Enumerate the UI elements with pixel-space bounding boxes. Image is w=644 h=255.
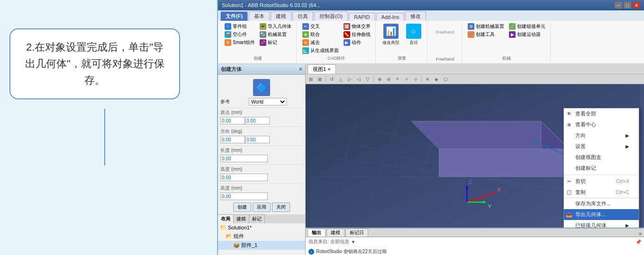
tab-modeling[interactable]: 建模: [271, 11, 291, 21]
vp-btn-13[interactable]: ✕: [423, 75, 432, 83]
cad-group-label: CAD操作: [327, 54, 345, 62]
minimize-button[interactable]: −: [615, 2, 622, 9]
output-tab-markers[interactable]: 标记日: [345, 229, 368, 237]
viewport-toolbar: ⊞ ⊠ ↺ △ ▷ ◁ ▽ ⊕ ⊖ ⌖ ✧ ⊹ ✕ ◈ ⬡: [306, 74, 644, 84]
direction-y-input[interactable]: [245, 136, 270, 143]
part-icon: 📦: [233, 242, 240, 249]
reference-select[interactable]: World: [249, 98, 287, 106]
btn-object-boundary[interactable]: 🔀 物体交界: [342, 23, 372, 30]
btn-create-tool[interactable]: 🔧 创建工具: [466, 31, 506, 38]
vp-sep2: [373, 76, 374, 82]
viewport-tab[interactable]: 视图1 ×: [308, 64, 336, 74]
ctx-export-geometry[interactable]: 📤 导出几何体...: [564, 209, 639, 220]
tab-rapid[interactable]: RAPID: [349, 13, 375, 21]
btn-diameter[interactable]: ○ 直径: [403, 23, 424, 47]
output-tab-modeling[interactable]: 建模: [327, 229, 345, 237]
length-input[interactable]: [220, 155, 268, 162]
btn-create-link[interactable]: 🔗 创建链接单元: [507, 23, 547, 30]
vp-btn-10[interactable]: ⌖: [393, 75, 402, 83]
output-panel-controls: ✕: [636, 231, 644, 237]
cad-buttons: ✂ 交叉 ⊕ 联合 ⊖ 减去 📐 从生成线界面: [300, 23, 372, 54]
vp-btn-11[interactable]: ✧: [402, 75, 411, 83]
btn-modify-typical[interactable]: 📊 修改典型: [380, 23, 402, 47]
tab-file[interactable]: 文件(F): [220, 11, 248, 21]
btn-empty-part[interactable]: 📦 空心件: [223, 31, 257, 38]
vp-btn-8[interactable]: ⊕: [375, 75, 384, 83]
freehand-label: Freehand: [436, 30, 454, 35]
btn-import-geometry[interactable]: 📥 导入几何体: [258, 23, 293, 30]
mechanical-small-group: ⚙ 创建机械装置 🔧 创建工具: [466, 23, 506, 38]
vp-btn-6[interactable]: ◁: [354, 75, 363, 83]
btn-create-mechanism[interactable]: ⚙ 创建机械装置: [466, 23, 506, 30]
length-section: 长度 (mm): [220, 145, 303, 154]
btn-mechanism[interactable]: 🔩 机械装置: [258, 31, 293, 38]
btn-intersect[interactable]: ✂ 交叉: [300, 23, 341, 30]
vp-btn-3[interactable]: ↺: [327, 75, 336, 83]
tree-item-part[interactable]: 📦 部件_1: [218, 241, 305, 250]
height-input[interactable]: [220, 174, 268, 181]
origin-x-input[interactable]: [220, 117, 245, 124]
direction-x-input[interactable]: [220, 136, 245, 143]
mechanical-small-group2: 🔗 创建链接单元 ▶ 创建运动器: [507, 23, 547, 38]
tree-tab-markers[interactable]: 标记: [249, 214, 265, 223]
tab-controller[interactable]: 控制器(O): [314, 11, 348, 21]
ctx-settings[interactable]: 设置 ▶: [564, 141, 639, 152]
output-close[interactable]: ✕: [638, 231, 642, 237]
vp-btn-12[interactable]: ⊹: [411, 75, 420, 83]
btn-extrude-curve[interactable]: 📏 拉伸曲线: [342, 31, 372, 38]
vp-btn-9[interactable]: ⊖: [384, 75, 393, 83]
vp-btn-7[interactable]: ▽: [363, 75, 372, 83]
info-icon-1: i: [308, 249, 314, 255]
direction-section: 方向 (deg): [220, 126, 303, 135]
apply-button[interactable]: 应用: [253, 202, 271, 212]
tree-item-solution[interactable]: 📁 Solution1*: [218, 223, 305, 232]
export-geometry-icon: 📤: [566, 211, 572, 218]
ctx-linked-geometry[interactable]: 已链接几何体 ▶ 框述 框述 框述: [564, 220, 639, 228]
ctx-create-view-box[interactable]: 创建视图盒: [564, 152, 639, 163]
create-shape-close[interactable]: ✕: [299, 67, 302, 72]
vp-btn-15[interactable]: ⬡: [441, 75, 450, 83]
btn-part-group[interactable]: 🔷 零件组: [223, 23, 257, 30]
close-button[interactable]: ✕: [633, 2, 640, 9]
ctx-cut[interactable]: ✂ 剪切 Ctrl+X: [564, 176, 639, 187]
tab-simulation[interactable]: 仿真: [292, 11, 313, 21]
create-shape-panel: 创建方体 ✕ 🔷 参考 World 原点 (mm): [218, 64, 305, 214]
btn-action[interactable]: ▶ 动作: [342, 39, 372, 46]
close-button-panel[interactable]: 关闭: [272, 202, 290, 212]
freehand-group-label: Freehand: [436, 56, 454, 62]
tab-modify[interactable]: 修改: [405, 11, 426, 21]
vp-btn-1[interactable]: ⊞: [307, 75, 315, 83]
ctx-view-center[interactable]: ⊕ 查看中心: [564, 119, 639, 130]
ctx-view-all[interactable]: 👁 查看全部: [564, 108, 639, 119]
ctx-save-library[interactable]: 保存为库文件...: [564, 198, 639, 209]
filter-dropdown[interactable]: ▼: [351, 239, 356, 245]
vp-btn-4[interactable]: △: [336, 75, 345, 83]
btn-subtract[interactable]: ⊖ 减去: [300, 39, 341, 46]
btn-smart-component[interactable]: ⚙ Smart组件: [223, 39, 257, 46]
tab-addins[interactable]: Add-Ins: [376, 13, 405, 21]
filter-pin[interactable]: 📌: [635, 239, 641, 245]
create-shape-title: 创建方体: [221, 66, 242, 73]
ctx-direction[interactable]: 方向 ▶: [564, 130, 639, 141]
maximize-button[interactable]: □: [624, 2, 631, 9]
vp-btn-14[interactable]: ◈: [432, 75, 441, 83]
tab-basic[interactable]: 基本: [249, 11, 270, 21]
tree-item-components[interactable]: 📂 组件: [218, 232, 305, 241]
vp-btn-2[interactable]: ⊠: [316, 75, 324, 83]
tree-tab-layout[interactable]: 布局: [218, 214, 234, 223]
viewport-canvas[interactable]: X Y Z 👁 查看全部 ⊕ 查看中心: [306, 84, 644, 228]
vp-btn-5[interactable]: ▷: [345, 75, 354, 83]
output-tab-output[interactable]: 输出: [308, 229, 326, 237]
origin-y-input[interactable]: [245, 117, 270, 124]
btn-union[interactable]: ⊕ 联合: [300, 31, 341, 38]
ctx-copy[interactable]: 📋 复制 Ctrl+C: [564, 187, 639, 198]
ctx-create-mark[interactable]: 创建标记: [564, 163, 639, 174]
depth-input[interactable]: [220, 193, 268, 200]
tree-tab-modeling[interactable]: 建模: [234, 214, 249, 223]
btn-create-motion[interactable]: ▶ 创建运动器: [507, 31, 547, 38]
btn-from-surface[interactable]: 📐 从生成线界面: [300, 47, 341, 54]
linked-geometry-arrow: ▶: [626, 223, 629, 228]
ribbon-group-create: 🔷 零件组 📦 空心件 ⚙ Smart组件 📥 导入几何体: [220, 22, 297, 62]
btn-mark[interactable]: 📌 标记: [258, 39, 293, 46]
create-button[interactable]: 创建: [233, 202, 251, 212]
